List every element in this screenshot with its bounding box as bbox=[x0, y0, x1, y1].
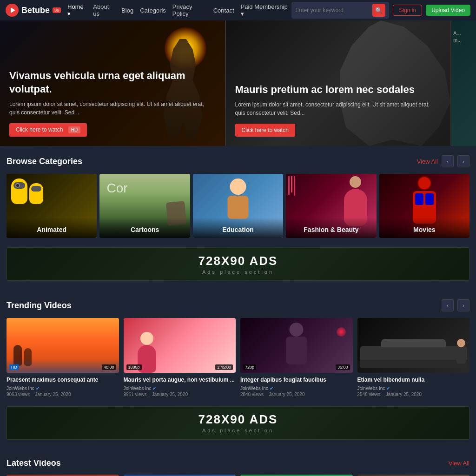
video-4-channel: JoinWebs Inc ✔ bbox=[357, 386, 470, 391]
trending-title: Trending Videos bbox=[7, 301, 72, 311]
video-4-meta: 2548 views January 25, 2020 bbox=[357, 392, 470, 397]
categories-header: Browse Categories View All ‹ › bbox=[7, 155, 469, 167]
nav-links: Home ▾ About us Blog Categoris Privacy P… bbox=[67, 3, 288, 17]
video-3-quality-badge: 720p bbox=[243, 364, 256, 370]
latest-actions: View All bbox=[449, 460, 469, 467]
nav-blog[interactable]: Blog bbox=[121, 7, 133, 14]
logo-area: Betube 36 bbox=[6, 4, 61, 17]
nav-categories[interactable]: Categoris bbox=[140, 7, 166, 14]
video-1-duration: 40:00 bbox=[102, 364, 116, 370]
car-figure bbox=[360, 346, 468, 368]
category-cartoons[interactable]: Cor Cartoons bbox=[99, 174, 190, 238]
latest-view-all[interactable]: View All bbox=[449, 460, 469, 467]
video-4-title: Etiam vel bibendum nulla bbox=[357, 377, 470, 384]
nav-membership[interactable]: Paid Membership ▾ bbox=[241, 3, 288, 17]
logo-text: Betube bbox=[21, 6, 50, 15]
video-2-channel: JoinWebs Inc ✔ bbox=[124, 386, 236, 391]
ads-2-subtitle: Ads place section bbox=[202, 428, 274, 433]
nav-search-area: 🔍 bbox=[291, 2, 389, 19]
ads-banner-1: 728X90 ADS Ads place section bbox=[7, 247, 469, 281]
video-1-quality-badge: HD bbox=[9, 364, 19, 370]
ads-banner-2: 728X90 ADS Ads place section bbox=[7, 406, 469, 440]
nav-contact[interactable]: Contact bbox=[213, 7, 234, 14]
glowing-element bbox=[337, 327, 346, 337]
hero-2-desc: Lorem ipsum dolor sit amet, consectetur … bbox=[235, 100, 442, 117]
trending-video-4[interactable]: Etiam vel bibendum nulla JoinWebs Inc ✔ … bbox=[357, 318, 470, 397]
animated-label: Animated bbox=[7, 218, 97, 238]
video-2-duration: 1:45:00 bbox=[215, 364, 233, 370]
video-2-verified-icon: ✔ bbox=[152, 386, 156, 391]
navbar: Betube 36 Home ▾ About us Blog Categoris… bbox=[0, 0, 476, 20]
hero-slide-1[interactable]: Vivamus vehicula urna eget aliquam volut… bbox=[0, 20, 225, 146]
hero-slide-3-partial: A...m... bbox=[450, 20, 476, 146]
minion-figures bbox=[11, 178, 43, 204]
video-1-meta: 9063 views January 25, 2020 bbox=[7, 392, 119, 397]
latest-header: Latest Videos View All bbox=[7, 458, 469, 468]
movies-label: Movies bbox=[379, 218, 469, 238]
movies-figure bbox=[413, 176, 436, 224]
video-3-verified-icon: ✔ bbox=[270, 386, 273, 391]
trending-video-1[interactable]: HD 40:00 Praesent maximus consequat ante… bbox=[7, 318, 119, 397]
ads-1-title: 728X90 ADS bbox=[198, 254, 278, 268]
video-4-verified-icon: ✔ bbox=[386, 386, 390, 391]
dark-figure bbox=[286, 323, 307, 364]
latest-thumb-4[interactable] bbox=[357, 475, 470, 476]
video-1-verified-icon: ✔ bbox=[36, 386, 40, 391]
trending-section: Trending Videos ‹ › HD 40:00 Praesent ma… bbox=[0, 290, 476, 406]
hero-2-watch-button[interactable]: Click here to watch bbox=[235, 124, 295, 137]
video-2-title: Mauris vel porta augue, non vestibulum .… bbox=[124, 377, 236, 384]
hero-slide-2[interactable]: Mauris pretium ac lorem nec sodales Lore… bbox=[225, 20, 451, 146]
ads-1-subtitle: Ads place section bbox=[202, 269, 274, 275]
trending-actions: ‹ › bbox=[442, 299, 469, 311]
search-button[interactable]: 🔍 bbox=[372, 4, 385, 17]
trending-prev-arrow[interactable]: ‹ bbox=[442, 299, 454, 311]
upload-button[interactable]: Upload Video bbox=[426, 5, 470, 16]
category-education[interactable]: Education bbox=[193, 174, 283, 238]
signin-button[interactable]: Sign in bbox=[393, 5, 422, 16]
category-movies[interactable]: Movies bbox=[379, 174, 469, 238]
browse-categories-section: Browse Categories View All ‹ › Animated bbox=[0, 146, 476, 247]
cartoon-text-decoration: Cor bbox=[106, 181, 127, 196]
cartoons-label: Cartoons bbox=[99, 218, 190, 238]
hero-1-watch-button[interactable]: Click here to watch HD bbox=[9, 123, 87, 137]
woman-figure-4 bbox=[456, 339, 466, 364]
hero-2-title: Mauris pretium ac lorem nec sodales bbox=[235, 83, 442, 97]
categories-grid: Animated Cor Cartoons Education bbox=[7, 174, 469, 238]
video-2-quality-badge: 1080p bbox=[126, 364, 142, 370]
video-thumb-2: 1080p 1:45:00 bbox=[124, 318, 236, 373]
category-animated[interactable]: Animated bbox=[7, 174, 97, 238]
latest-thumb-1[interactable] bbox=[7, 475, 119, 476]
nav-about[interactable]: About us bbox=[93, 3, 115, 17]
trending-next-arrow[interactable]: › bbox=[457, 299, 469, 311]
hero-2-content: Mauris pretium ac lorem nec sodales Lore… bbox=[226, 74, 451, 146]
trending-videos-grid: HD 40:00 Praesent maximus consequat ante… bbox=[7, 318, 469, 397]
category-fashion[interactable]: Fashion & Beauty bbox=[286, 174, 376, 238]
categories-view-all[interactable]: View All bbox=[417, 158, 438, 165]
ads-2-title: 728X90 ADS bbox=[198, 412, 278, 427]
video-3-title: Integer dapibus feugiat faucibus bbox=[240, 377, 353, 384]
fashion-label: Fashion & Beauty bbox=[286, 218, 376, 238]
categories-next-arrow[interactable]: › bbox=[457, 155, 469, 167]
trending-video-3[interactable]: 720p 35:00 Integer dapibus feugiat fauci… bbox=[240, 318, 353, 397]
logo-badge: 36 bbox=[53, 7, 61, 13]
latest-thumb-2[interactable] bbox=[124, 475, 236, 476]
nav-home[interactable]: Home ▾ bbox=[67, 3, 86, 17]
nav-privacy[interactable]: Privacy Policy bbox=[172, 3, 207, 17]
search-input[interactable] bbox=[295, 7, 370, 13]
latest-videos-partial bbox=[7, 475, 469, 476]
video-3-channel: JoinWebs Inc ✔ bbox=[240, 386, 353, 391]
video-3-duration: 35:00 bbox=[336, 364, 350, 370]
education-label: Education bbox=[193, 218, 283, 238]
video-3-meta: 2848 views January 25, 2020 bbox=[240, 392, 353, 397]
video-1-channel: JoinWebs Inc ✔ bbox=[7, 386, 119, 391]
categories-prev-arrow[interactable]: ‹ bbox=[442, 155, 454, 167]
video-thumb-4 bbox=[357, 318, 470, 373]
latest-thumb-3[interactable] bbox=[240, 475, 353, 476]
hero-1-desc: Lorem ipsum dolor sit amet, consectetur … bbox=[9, 100, 216, 117]
hero-1-content: Vivamus vehicula urna eget aliquam volut… bbox=[0, 60, 225, 146]
video-1-title: Praesent maximus consequat ante bbox=[7, 377, 119, 384]
trending-video-2[interactable]: 1080p 1:45:00 Mauris vel porta augue, no… bbox=[124, 318, 236, 397]
logo-icon bbox=[6, 4, 19, 17]
jewelry-decor bbox=[288, 176, 295, 196]
hero-section: Vivamus vehicula urna eget aliquam volut… bbox=[0, 20, 476, 146]
